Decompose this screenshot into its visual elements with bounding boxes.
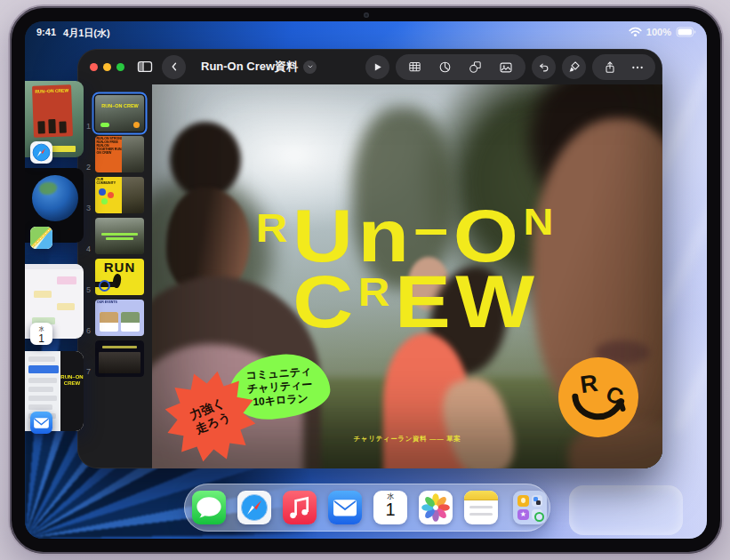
ipad-device: 9:41 4月1日(水) 100% RUN–ON CREW — [8, 4, 724, 556]
mail-poster-text: RUN–ON CREW — [60, 374, 84, 386]
title-letter: W — [455, 264, 539, 339]
slide-thumbnail-3[interactable]: OUR COMMUNITY — [95, 177, 144, 213]
slide-caption[interactable]: チャリティーラン資料 ―― 草案 — [354, 435, 461, 444]
wallpaper-highlight — [569, 485, 683, 535]
slide-canvas[interactable]: R U n – O N C R E W コミュニティ チャリティー 10キロラン — [152, 84, 662, 468]
minimize-window-button[interactable] — [103, 63, 111, 71]
keynote-window: Run-On Crew資料 — [77, 49, 662, 468]
wifi-icon — [629, 27, 642, 37]
dock-photos-icon[interactable] — [419, 491, 453, 524]
close-window-button[interactable] — [90, 63, 98, 71]
title-letter: R — [256, 209, 293, 248]
thumb5-badge-circle — [99, 280, 110, 292]
mail-icon — [30, 412, 52, 434]
photo-backdrop: 9:41 4月1日(水) 100% RUN–ON CREW — [0, 0, 730, 560]
slide-thumbnail-5[interactable]: RUN 10K — [95, 259, 144, 295]
slide-title-line2[interactable]: C R E W — [293, 268, 540, 339]
document-title: Run-On Crew資料 — [201, 59, 298, 75]
app-library-tile — [532, 495, 543, 507]
slide-number: 4 — [77, 244, 91, 253]
media-icon[interactable] — [498, 60, 514, 76]
share-icon[interactable] — [603, 60, 617, 75]
calendar-day: 1 — [373, 500, 407, 519]
back-button[interactable] — [162, 55, 186, 79]
status-date: 4月1日(水) — [63, 27, 110, 40]
undo-icon[interactable] — [532, 55, 556, 79]
rc-smiley-sticker[interactable]: R C — [558, 356, 639, 438]
slide-thumbnail-6[interactable]: OUR EVENTS — [95, 300, 144, 336]
status-time-date[interactable]: 9:41 4月1日(水) — [36, 27, 110, 40]
poster-preview: RUN–ON CREW — [32, 84, 73, 138]
slide-thumbnail-7[interactable] — [95, 340, 144, 377]
mail-preview-pane: RUN–ON CREW — [60, 351, 84, 431]
sidebar-toggle-icon[interactable] — [136, 58, 154, 76]
thumb6-title: OUR EVENTS — [95, 300, 144, 304]
slide-thumbnail-4[interactable] — [95, 218, 144, 254]
thumb6-card — [121, 312, 140, 332]
dock-safari-icon[interactable] — [237, 491, 271, 524]
thumb1-title: RUN–ON CREW — [95, 103, 144, 108]
status-bar: 9:41 4月1日(水) 100% — [25, 26, 707, 40]
thumb3-title: OUR COMMUNITY — [95, 177, 124, 185]
notes-line — [469, 506, 493, 508]
dock-messages-icon[interactable] — [192, 491, 226, 524]
window-traffic-lights[interactable] — [90, 63, 124, 71]
title-letter: N — [524, 204, 559, 241]
document-title-menu[interactable]: Run-On Crew資料 — [201, 59, 317, 75]
title-letter: – — [414, 200, 453, 255]
insert-tools-group — [396, 54, 525, 80]
thumb5-word: RUN — [95, 260, 144, 275]
app-library-tile — [532, 509, 543, 521]
title-letter: E — [395, 264, 455, 339]
front-camera — [364, 12, 369, 18]
dock: 水 1 — [184, 484, 550, 532]
calendar-icon: 水1 — [30, 323, 52, 345]
status-indicators[interactable]: 100% — [629, 27, 696, 37]
title-letter: C — [293, 264, 358, 339]
ipad-screen: 9:41 4月1日(水) 100% RUN–ON CREW — [25, 21, 707, 539]
play-button[interactable] — [365, 55, 389, 79]
chart-icon[interactable] — [437, 60, 453, 75]
table-icon[interactable] — [407, 60, 422, 75]
share-more-group — [592, 54, 655, 80]
slide-thumbnail-1[interactable]: RUN–ON CREW — [95, 95, 144, 132]
battery-percent: 100% — [646, 27, 671, 37]
app-library-tile — [517, 495, 529, 507]
zoom-window-button[interactable] — [116, 63, 124, 71]
notes-line — [469, 513, 493, 516]
dock-calendar-icon[interactable]: 水 1 — [373, 491, 407, 524]
badge-line: 10キロラン — [253, 391, 309, 408]
format-brush-icon[interactable] — [562, 55, 586, 79]
maps-icon — [30, 227, 52, 249]
app-library-tile: ★ — [517, 509, 529, 521]
title-letter: R — [358, 273, 395, 312]
slide-navigator: RUN–ON CREW 1 RUN-ON STRONG RUN-ON FREE … — [77, 84, 152, 468]
status-time: 9:41 — [36, 27, 56, 40]
more-icon[interactable] — [630, 60, 645, 75]
battery-icon — [676, 27, 696, 37]
keynote-toolbar: Run-On Crew資料 — [77, 49, 662, 84]
dock-notes-icon[interactable] — [464, 491, 498, 524]
slide-thumbnail-2[interactable]: RUN-ON STRONG RUN-ON FREE RUN-ON TOGETHE… — [95, 136, 144, 172]
sticker-letter-r: R — [579, 370, 599, 398]
safari-icon — [30, 141, 52, 164]
chevron-down-icon — [303, 60, 317, 74]
thumb2-text: RUN-ON STRONG RUN-ON FREE RUN-ON TOGETHE… — [95, 136, 124, 155]
dock-app-library-icon[interactable]: ★ — [513, 491, 547, 524]
dock-mail-icon[interactable] — [328, 491, 362, 524]
shapes-icon[interactable] — [468, 60, 483, 75]
poster-title: RUN–ON CREW — [32, 88, 71, 94]
globe-graphic — [32, 175, 78, 221]
thumb6-card — [100, 312, 118, 332]
dock-music-icon[interactable] — [283, 491, 317, 524]
notes-header — [464, 491, 498, 500]
